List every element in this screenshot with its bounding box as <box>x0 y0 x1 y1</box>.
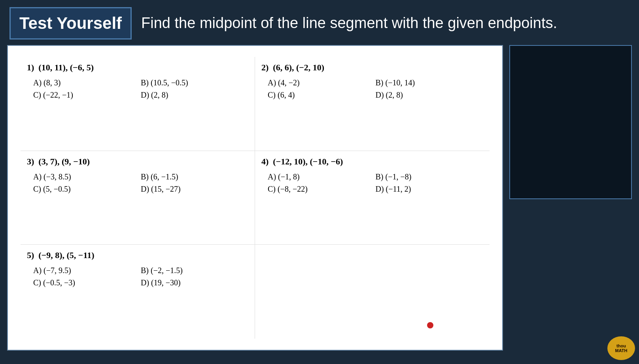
test-yourself-label: Test Yourself <box>19 14 122 32</box>
problem-4-answers: A) (−1, 8) B) (−1, −8) C) (−8, −22) D) (… <box>261 172 483 194</box>
p5-answer-d: D) (19, −30) <box>141 277 248 288</box>
p4-answer-d: D) (−11, 2) <box>376 184 484 194</box>
problem-5: 5) (−9, 8), (5, −11) A) (−7, 9.5) B) (−2… <box>21 245 255 339</box>
problem-3-answers: A) (−3, 8.5) B) (6, −1.5) C) (5, −0.5) D… <box>27 172 248 194</box>
problem-1: 1) (10, 11), (−6, 5) A) (8, 3) B) (10.5,… <box>21 57 255 151</box>
p3-answer-a: A) (−3, 8.5) <box>33 172 141 182</box>
problem-5-answers: A) (−7, 9.5) B) (−2, −1.5) C) (−0.5, −3)… <box>27 265 248 288</box>
header: Test Yourself Find the midpoint of the l… <box>0 0 639 45</box>
p1-answer-d: D) (2, 8) <box>141 90 248 100</box>
p1-answer-c: C) (−22, −1) <box>33 90 141 100</box>
problem-2-answers: A) (4, −2) B) (−10, 14) C) (6, 4) D) (2,… <box>261 77 483 100</box>
question-title: Find the midpoint of the line segment wi… <box>141 13 630 33</box>
problem-1-question: 1) (10, 11), (−6, 5) <box>27 62 248 73</box>
p3-answer-b: B) (6, −1.5) <box>141 172 248 182</box>
p1-answer-b: B) (10.5, −0.5) <box>141 77 248 88</box>
test-yourself-box: Test Yourself <box>9 7 132 40</box>
side-panel <box>509 45 632 351</box>
problem-2-question: 2) (6, 6), (−2, 10) <box>261 62 483 73</box>
p4-answer-a: A) (−1, 8) <box>268 172 376 182</box>
p1-answer-a: A) (8, 3) <box>33 77 141 88</box>
logo-badge: thou MATH <box>607 336 635 360</box>
p3-answer-c: C) (5, −0.5) <box>33 184 141 194</box>
problem-4-question: 4) (−12, 10), (−10, −6) <box>261 157 483 167</box>
problem-3: 3) (3, 7), (9, −10) A) (−3, 8.5) B) (6, … <box>21 151 255 245</box>
video-placeholder <box>509 45 632 199</box>
red-dot-indicator <box>427 322 433 328</box>
p5-answer-c: C) (−0.5, −3) <box>33 277 141 288</box>
p2-answer-c: C) (6, 4) <box>268 90 376 100</box>
logo-text-top: thou <box>616 343 626 348</box>
empty-cell <box>255 245 490 339</box>
p2-answer-d: D) (2, 8) <box>376 90 484 100</box>
main-content: 1) (10, 11), (−6, 5) A) (8, 3) B) (10.5,… <box>0 45 639 358</box>
p2-answer-b: B) (−10, 14) <box>376 77 484 88</box>
p5-answer-a: A) (−7, 9.5) <box>33 265 141 276</box>
p2-answer-a: A) (4, −2) <box>268 77 376 88</box>
logo-text-bottom: MATH <box>615 348 628 353</box>
problem-5-question: 5) (−9, 8), (5, −11) <box>27 250 248 260</box>
p5-answer-b: B) (−2, −1.5) <box>141 265 248 276</box>
problem-3-question: 3) (3, 7), (9, −10) <box>27 157 248 167</box>
p3-answer-d: D) (15, −27) <box>141 184 248 194</box>
p4-answer-c: C) (−8, −22) <box>268 184 376 194</box>
problem-1-answers: A) (8, 3) B) (10.5, −0.5) C) (−22, −1) D… <box>27 77 248 100</box>
problem-4: 4) (−12, 10), (−10, −6) A) (−1, 8) B) (−… <box>255 151 490 245</box>
quiz-panel: 1) (10, 11), (−6, 5) A) (8, 3) B) (10.5,… <box>7 45 503 351</box>
p4-answer-b: B) (−1, −8) <box>376 172 484 182</box>
problem-2: 2) (6, 6), (−2, 10) A) (4, −2) B) (−10, … <box>255 57 490 151</box>
